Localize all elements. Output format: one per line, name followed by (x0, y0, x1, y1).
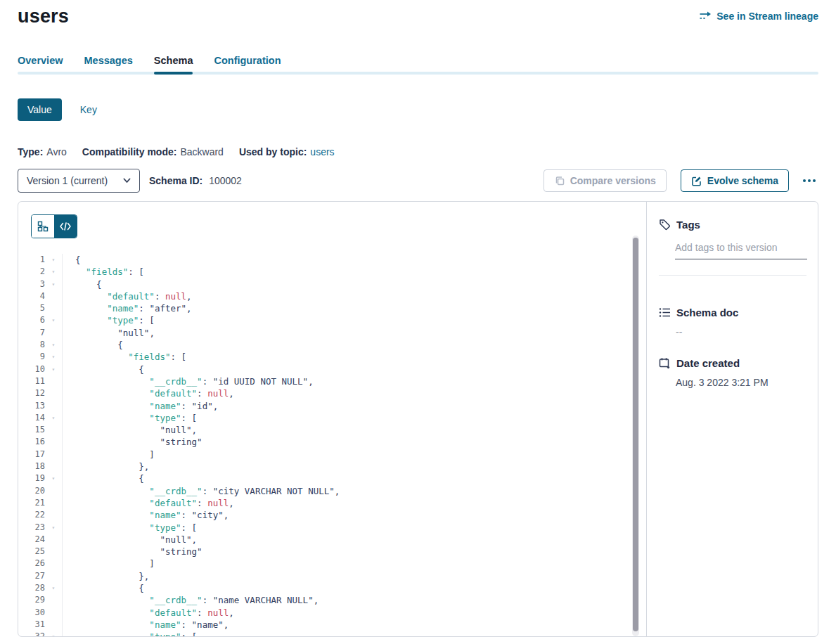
fold-toggle-icon[interactable]: ▾ (45, 582, 62, 594)
fold-toggle-icon[interactable]: ▾ (45, 631, 62, 637)
code-line: 22 "name": "city", (18, 509, 646, 521)
fold-toggle-icon[interactable]: ▾ (45, 278, 62, 290)
code-line-content: { (62, 339, 646, 351)
stream-lineage-link[interactable]: See in Stream lineage (699, 11, 818, 22)
date-created-value: Aug. 3 2022 3:21 PM (676, 377, 806, 388)
evolve-schema-button[interactable]: Evolve schema (681, 169, 789, 192)
code-line-content: "__crdb__": "name VARCHAR NULL", (62, 594, 646, 606)
schema-id-value: 100002 (209, 175, 242, 186)
code-line: 11 "__crdb__": "id UUID NOT NULL", (18, 375, 646, 387)
compare-versions-button[interactable]: Compare versions (544, 169, 667, 192)
meta-label: Compatibility mode: (82, 146, 177, 157)
line-number: 5 (18, 302, 45, 314)
code-line: 19▾ { (18, 472, 646, 484)
fold-toggle-icon[interactable]: ▾ (45, 472, 62, 484)
line-number: 3 (18, 278, 45, 290)
fold-toggle-icon[interactable]: ▾ (45, 314, 62, 326)
code-line: 6▾ "type": [ (18, 314, 646, 326)
fold-toggle-icon[interactable]: ▾ (45, 266, 62, 278)
code-line-content: "__crdb__": "id UUID NOT NULL", (62, 375, 646, 387)
fold-spacer (45, 461, 62, 472)
calendar-plus-icon (659, 357, 671, 369)
code-line: 4 "default": null, (18, 290, 646, 302)
line-number: 25 (18, 546, 45, 558)
code-line-content: "type": [ (62, 314, 646, 326)
value-toggle-button[interactable]: Value (18, 98, 62, 121)
code-line-content: "fields": [ (62, 266, 646, 278)
tree-diagram-icon (37, 221, 49, 232)
fold-toggle-icon[interactable]: ▾ (45, 339, 62, 351)
code-view-button[interactable] (54, 215, 77, 238)
meta-label: Used by topic: (239, 146, 307, 157)
editor-view-toggle (31, 214, 77, 238)
tab-overview[interactable]: Overview (18, 55, 63, 75)
schema-side-panel: Tags Schema doc -- (646, 202, 818, 636)
fold-spacer (45, 497, 62, 509)
editor-scrollbar-thumb[interactable] (633, 238, 638, 631)
line-number: 32 (18, 631, 45, 637)
meta-value-link[interactable]: users (310, 146, 334, 157)
line-number: 21 (18, 497, 45, 509)
code-line: 16 "string" (18, 436, 646, 448)
code-line-content: "name": "id", (62, 400, 646, 412)
code-line-content: "default": null, (62, 290, 646, 302)
code-line: 27 }, (18, 570, 646, 582)
line-number: 13 (18, 400, 45, 412)
code-line: 5 "name": "after", (18, 302, 646, 314)
code-line-content: }, (62, 461, 646, 472)
code-line: 26 ] (18, 558, 646, 569)
code-line-content: "string" (62, 436, 646, 448)
fold-toggle-icon[interactable]: ▾ (45, 522, 62, 534)
line-number: 29 (18, 594, 45, 606)
line-number: 16 (18, 436, 45, 448)
code-line: 31 "name": "name", (18, 619, 646, 631)
schema-id-label: Schema ID: (149, 175, 202, 186)
tab-schema[interactable]: Schema (154, 55, 193, 75)
schema-doc-section-header: Schema doc (659, 307, 806, 318)
fold-toggle-icon[interactable]: ▾ (45, 254, 62, 266)
line-number: 20 (18, 485, 45, 497)
code-line: 10▾ { (18, 363, 646, 375)
key-toggle-button[interactable]: Key (80, 98, 97, 121)
tab-messages[interactable]: Messages (84, 55, 133, 75)
code-line: 20 "__crdb__": "city VARCHAR NOT NULL", (18, 485, 646, 497)
schema-doc-title: Schema doc (676, 307, 738, 318)
schema-page: users See in Stream lineage OverviewMess… (0, 0, 836, 637)
fold-spacer (45, 400, 62, 412)
code-line-content: { (62, 363, 646, 375)
tab-bar: OverviewMessagesSchemaConfiguration (18, 55, 818, 75)
code-line: 8▾ { (18, 339, 646, 351)
code-line: 14▾ "type": [ (18, 412, 646, 424)
page-title: users (18, 6, 69, 27)
code-line-content: "__crdb__": "city VARCHAR NOT NULL", (62, 485, 646, 497)
chevron-down-icon (123, 178, 131, 183)
ellipsis-icon (803, 179, 806, 182)
fold-spacer (45, 534, 62, 546)
code-line: 13 "name": "id", (18, 400, 646, 412)
fold-spacer (45, 327, 62, 339)
fold-spacer (45, 546, 62, 558)
fold-spacer (45, 387, 62, 399)
version-select[interactable]: Version 1 (current) (18, 169, 140, 193)
fold-spacer (45, 509, 62, 521)
fold-toggle-icon[interactable]: ▾ (45, 412, 62, 424)
code-line-content: "default": null, (62, 497, 646, 509)
tree-view-button[interactable] (32, 215, 54, 238)
tags-input[interactable] (675, 240, 807, 259)
meta-pair: Used by topic:users (239, 146, 335, 157)
code-line-content: "type": [ (62, 412, 646, 424)
line-number: 1 (18, 254, 45, 266)
more-options-button[interactable] (800, 175, 818, 186)
value-key-toggle: Value Key (18, 98, 818, 121)
fold-toggle-icon[interactable]: ▾ (45, 351, 62, 363)
fold-spacer (45, 594, 62, 606)
schema-code-editor[interactable]: 1▾{2▾ "fields": [3▾ {4 "default": null,5… (18, 254, 646, 637)
code-line-content: { (62, 472, 646, 484)
line-number: 30 (18, 607, 45, 619)
fold-toggle-icon[interactable]: ▾ (45, 363, 62, 375)
line-number: 23 (18, 522, 45, 534)
tab-configuration[interactable]: Configuration (214, 55, 281, 75)
edit-square-icon (691, 176, 702, 186)
line-number: 7 (18, 327, 45, 339)
topbar: users See in Stream lineage (18, 0, 818, 25)
